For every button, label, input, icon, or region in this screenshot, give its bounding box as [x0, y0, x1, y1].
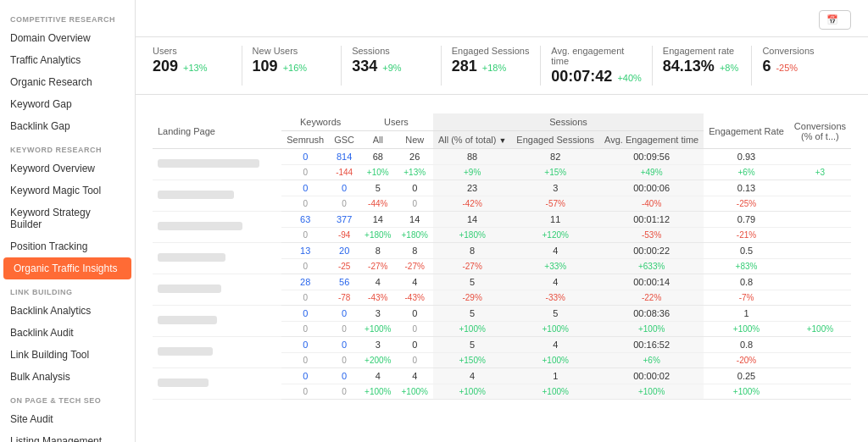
landing-page-cell-6: [153, 337, 281, 368]
users-new-change-6: 0: [396, 353, 432, 368]
sidebar-item-backlink-audit[interactable]: Backlink Audit: [0, 322, 135, 344]
sessions-avg-change-3: +633%: [599, 259, 704, 274]
kw-gsc-change-4: -78: [329, 290, 359, 306]
sessions-engaged-2: 11: [511, 212, 599, 228]
metric-label-new-users: New Users: [253, 46, 331, 56]
sessions-engaged-6: 4: [511, 337, 599, 353]
sidebar-item-keyword-gap[interactable]: Keyword Gap: [0, 93, 135, 115]
conversions-5: [789, 306, 851, 322]
metric-value-new-users: 109: [253, 58, 278, 75]
sessions-avg-2: 00:01:12: [599, 212, 704, 228]
landing-page-cell-4: [153, 274, 281, 306]
col-group-sessions: Sessions: [433, 113, 704, 131]
users-all-change-0: +10%: [359, 165, 396, 180]
calendar-icon: 📅: [826, 14, 838, 25]
sidebar-item-listing-management[interactable]: Listing Management: [0, 430, 135, 442]
users-all-2: 14: [359, 212, 396, 228]
sessions-avg-change-5: +100%: [599, 322, 704, 337]
metric-value-sessions: 334: [352, 58, 377, 75]
sidebar-item-label-traffic-analytics: Traffic Analytics: [10, 54, 81, 66]
kw-gsc-change-2: -94: [329, 228, 359, 243]
sidebar-item-domain-overview[interactable]: Domain Overview: [0, 27, 135, 49]
kw-semrush-change-4: 0: [281, 290, 329, 306]
sessions-all-change-6: +150%: [433, 353, 511, 368]
engagement-rate-7: 0.25: [704, 368, 789, 384]
sidebar-item-organic-research[interactable]: Organic Research: [0, 71, 135, 93]
sidebar-item-label-backlink-audit: Backlink Audit: [10, 327, 74, 339]
engagement-rate-5: 1: [704, 306, 789, 322]
conversions-1: [789, 180, 851, 196]
engagement-rate-change-2: -21%: [704, 228, 789, 243]
sidebar-item-label-keyword-gap: Keyword Gap: [10, 98, 72, 110]
sessions-engaged-change-7: +100%: [511, 384, 599, 400]
landing-page-cell-5: [153, 306, 281, 337]
engagement-rate-2: 0.79: [704, 212, 789, 228]
engagement-rate-change-1: -25%: [704, 196, 789, 212]
metric-change-sessions: +9%: [382, 63, 401, 73]
metric-change-avg-engagement-time: +40%: [617, 73, 641, 83]
sidebar-item-site-audit[interactable]: Site Audit: [0, 408, 135, 430]
kw-gsc-7: 0: [329, 368, 359, 384]
sidebar-item-label-keyword-magic-tool: Keyword Magic Tool: [10, 185, 101, 196]
metric-value-engagement-rate: 84.13%: [663, 58, 715, 75]
users-new-0: 26: [396, 149, 432, 165]
landing-page-cell-0: [153, 149, 281, 180]
users-all-1: 5: [359, 180, 396, 196]
metric-new-users: New Users109+16%: [242, 46, 342, 86]
users-all-change-7: +100%: [359, 384, 396, 400]
sessions-avg-7: 00:00:02: [599, 368, 704, 384]
sort-icon: ▼: [498, 136, 506, 145]
kw-semrush-change-7: 0: [281, 384, 329, 400]
kw-semrush-3: 13: [281, 243, 329, 259]
date-range-picker[interactable]: 📅: [819, 10, 851, 30]
metrics-bar: Users209+13%New Users109+16%Sessions334+…: [136, 37, 868, 95]
sidebar-item-label-position-tracking: Position Tracking: [10, 240, 87, 252]
kw-semrush-change-0: 0: [281, 165, 329, 180]
sessions-engaged-change-5: +100%: [511, 322, 599, 337]
landing-page-cell-3: [153, 243, 281, 274]
sidebar-item-backlink-gap[interactable]: Backlink Gap: [0, 115, 135, 137]
metric-label-users: Users: [153, 46, 231, 56]
sidebar-item-label-bulk-analysis: Bulk Analysis: [10, 371, 70, 383]
metric-value-row-users: 209+13%: [153, 58, 231, 75]
sessions-avg-change-2: -53%: [599, 228, 704, 243]
sidebar-item-label-organic-traffic-insights: Organic Traffic Insights: [14, 262, 118, 274]
sidebar-item-keyword-strategy-builder[interactable]: Keyword Strategy Builder: [0, 202, 135, 235]
conversions-change-3: [789, 259, 851, 274]
col-users-all: All: [359, 131, 396, 149]
sessions-engaged-1: 3: [511, 180, 599, 196]
sidebar-section-on-page-&-tech-seo: ON PAGE & TECH SEO: [0, 388, 135, 408]
col-engagement-rate: Engagement Rate: [704, 113, 789, 149]
users-all-change-1: -44%: [359, 196, 396, 212]
sidebar-item-traffic-analytics[interactable]: Traffic Analytics: [0, 49, 135, 71]
metric-label-avg-engagement-time: Avg. engagement time: [551, 46, 642, 66]
sidebar-item-keyword-magic-tool[interactable]: Keyword Magic Tool: [0, 180, 135, 202]
sessions-all-change-3: -27%: [433, 259, 511, 274]
conversions-change-1: [789, 196, 851, 212]
sessions-all-7: 4: [433, 368, 511, 384]
sidebar-item-backlink-analytics[interactable]: Backlink Analytics: [0, 300, 135, 322]
sidebar-item-link-building-tool[interactable]: Link Building Tool: [0, 344, 135, 366]
metric-label-sessions: Sessions: [352, 46, 431, 56]
sidebar-item-keyword-overview[interactable]: Keyword Overview: [0, 157, 135, 180]
users-all-6: 3: [359, 337, 396, 353]
kw-semrush-change-1: 0: [281, 196, 329, 212]
sidebar-item-organic-traffic-insights[interactable]: Organic Traffic Insights: [3, 257, 131, 279]
users-new-change-1: 0: [396, 196, 432, 212]
sessions-all-change-2: +180%: [433, 228, 511, 243]
engagement-rate-3: 0.5: [704, 243, 789, 259]
sidebar-item-bulk-analysis[interactable]: Bulk Analysis: [0, 366, 135, 388]
sidebar-section-link-building: LINK BUILDING: [0, 279, 135, 300]
conversions-2: [789, 212, 851, 228]
conversions-change-4: [789, 290, 851, 306]
kw-gsc-change-0: -144: [329, 165, 359, 180]
kw-semrush-2: 63: [281, 212, 329, 228]
table-row-2: 633771414141100:01:120.79: [153, 212, 851, 228]
sidebar-item-position-tracking[interactable]: Position Tracking: [0, 235, 135, 257]
metric-label-engagement-rate: Engagement rate: [663, 46, 742, 56]
conversions-change-0: +3: [789, 165, 851, 180]
sessions-avg-4: 00:00:14: [599, 274, 704, 290]
metric-value-row-new-users: 109+16%: [253, 58, 331, 75]
kw-gsc-1: 0: [329, 180, 359, 196]
metric-users: Users209+13%: [153, 46, 242, 86]
